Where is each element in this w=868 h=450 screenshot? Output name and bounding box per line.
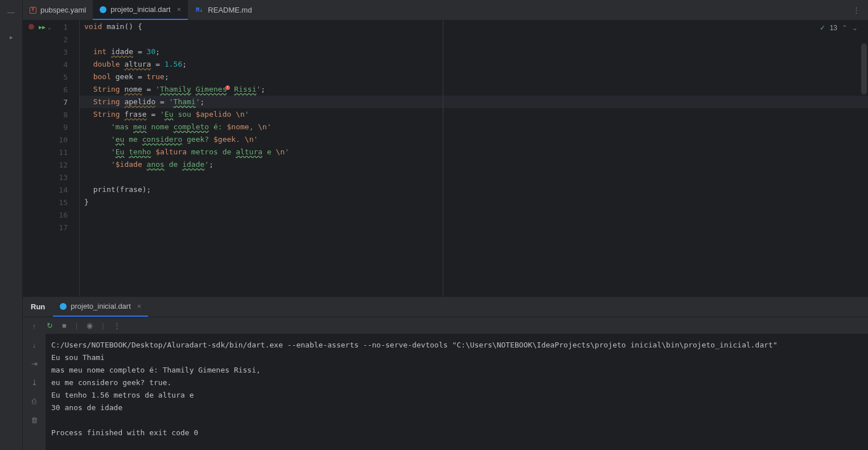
yaml-icon: Y <box>30 7 36 14</box>
markdown-icon: M↓ <box>195 7 204 14</box>
up-icon[interactable]: ↑ <box>32 322 36 330</box>
dart-icon <box>100 6 106 13</box>
print-icon[interactable]: ⎙ <box>32 397 36 406</box>
filter-icon[interactable]: ◉ <box>87 321 93 330</box>
chevron-down-icon[interactable]: ⌄ <box>48 24 51 30</box>
run-toolbar: ↻ ■ | ◉ | ⋮ <box>46 317 868 334</box>
scroll-to-end-icon[interactable]: ⤓ <box>31 378 38 387</box>
down-icon[interactable]: ↓ <box>32 341 36 349</box>
close-icon[interactable]: × <box>137 302 142 310</box>
tab-projeto-inicial[interactable]: projeto_inicial.dart × <box>93 0 188 20</box>
run-tab[interactable]: projeto_inicial.dart × <box>53 297 148 317</box>
run-tab-label: projeto_inicial.dart <box>71 302 131 310</box>
tab-readme[interactable]: M↓ README.md <box>188 0 258 20</box>
tool-window-bar: — ▸ <box>0 0 23 450</box>
soft-wrap-icon[interactable]: ⇥ <box>31 359 38 368</box>
run-side-toolbar: ↑ ↓ ⇥ ⤓ ⎙ 🗑 <box>23 317 46 450</box>
tabs-menu-icon[interactable]: ⋮ <box>845 0 868 20</box>
code-area[interactable]: void main() { int idade = 30; double alt… <box>80 21 868 296</box>
more-icon[interactable]: ⋮ <box>113 321 121 330</box>
minimize-icon[interactable]: — <box>7 8 15 17</box>
split-guide <box>443 21 443 296</box>
run-title: Run <box>23 302 53 311</box>
run-gutter-icon[interactable]: ▶▶ <box>39 24 46 30</box>
breakpoint-icon[interactable] <box>28 24 34 30</box>
dart-icon <box>60 303 67 310</box>
expand-icon[interactable]: ▸ <box>10 34 13 41</box>
run-panel: Run projeto_inicial.dart × ↑ ↓ ⇥ ⤓ ⎙ 🗑 <box>23 296 868 450</box>
trash-icon[interactable]: 🗑 <box>31 416 38 424</box>
gutter: ▶▶⌄1 2 3 4 5 6 7 8 9 10 11 12 13 14 15 1… <box>23 21 80 296</box>
console-output[interactable]: C:/Users/NOTEBOOK/Desktop/Aluradart-sdk/… <box>46 334 868 450</box>
tab-label: projeto_inicial.dart <box>110 5 171 14</box>
stop-icon[interactable]: ■ <box>62 321 67 330</box>
error-icon[interactable]: ! <box>225 85 230 90</box>
tab-pubspec[interactable]: Y pubspec.yaml <box>23 0 93 20</box>
code-editor[interactable]: ✓ 13 ⌃ ⌄ ▶▶⌄1 2 3 4 5 6 7 8 9 10 11 12 1… <box>23 21 868 296</box>
tab-label: pubspec.yaml <box>40 6 86 14</box>
rerun-icon[interactable]: ↻ <box>47 321 53 330</box>
run-header: Run projeto_inicial.dart × <box>23 297 868 317</box>
tab-label: README.md <box>208 6 252 14</box>
editor-tabs: Y pubspec.yaml projeto_inicial.dart × M↓… <box>23 0 868 21</box>
close-icon[interactable]: × <box>177 5 182 14</box>
